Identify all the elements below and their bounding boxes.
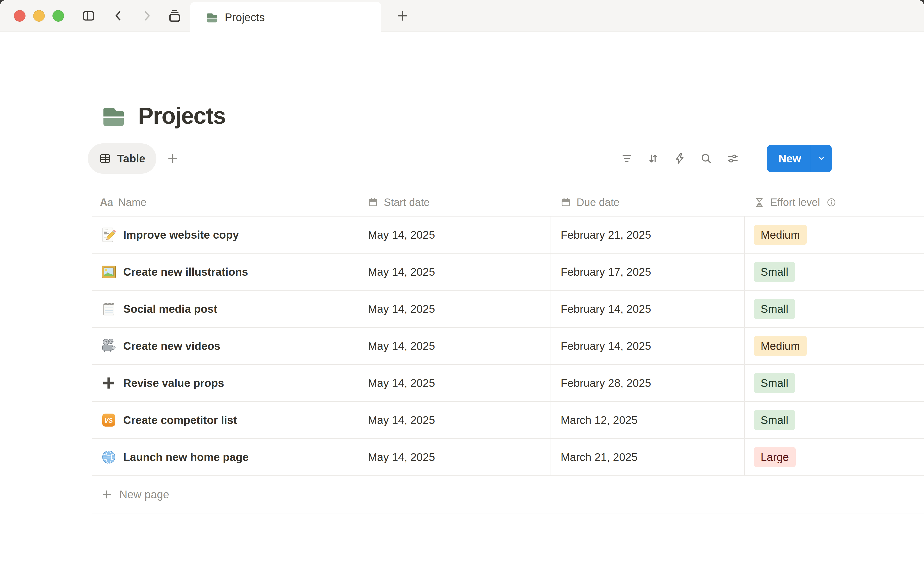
column-label: Name	[118, 196, 146, 208]
back-icon[interactable]	[112, 9, 125, 22]
start-date-cell[interactable]: May 14, 2025	[358, 216, 551, 253]
name-cell[interactable]: Improve website copy	[92, 216, 358, 253]
calendar-icon	[367, 197, 378, 208]
view-label: Table	[117, 152, 145, 165]
globe-emoji	[101, 450, 116, 465]
effort-cell[interactable]: Small	[745, 254, 924, 290]
row-title: Launch new home page	[123, 451, 249, 464]
new-button-dropdown[interactable]	[811, 153, 832, 164]
column-header-start-date[interactable]: Start date	[358, 189, 551, 216]
minimize-window-button[interactable]	[33, 10, 45, 22]
table-row[interactable]: Social media post May 14, 2025 February …	[92, 291, 924, 328]
add-view-button[interactable]	[167, 152, 179, 165]
start-date-cell[interactable]: May 14, 2025	[358, 328, 551, 364]
effort-cell[interactable]: Medium	[745, 216, 924, 253]
table-row[interactable]: Revise value props May 14, 2025 February…	[92, 365, 924, 402]
chevron-down-icon	[816, 153, 827, 164]
zoom-window-button[interactable]	[52, 10, 64, 22]
sidebar-toggle-icon[interactable]	[82, 9, 95, 22]
green-folder-icon	[206, 11, 219, 24]
start-date-cell[interactable]: May 14, 2025	[358, 439, 551, 475]
column-header-name[interactable]: Aa Name	[92, 189, 358, 216]
customize-sliders-icon[interactable]	[726, 152, 739, 165]
table-row[interactable]: Create competitor list May 14, 2025 Marc…	[92, 402, 924, 439]
column-label: Due date	[576, 196, 619, 208]
effort-cell[interactable]: Small	[745, 365, 924, 401]
name-cell[interactable]: Revise value props	[92, 365, 358, 401]
filter-icon[interactable]	[621, 152, 633, 165]
page-title-row: Projects	[101, 32, 924, 129]
vs-emoji	[101, 412, 116, 428]
effort-badge: Small	[754, 299, 795, 319]
due-date-cell[interactable]: February 17, 2025	[551, 254, 745, 290]
due-date-cell[interactable]: February 28, 2025	[551, 365, 745, 401]
name-cell[interactable]: Create new illustrations	[92, 254, 358, 290]
name-cell[interactable]: Social media post	[92, 291, 358, 327]
effort-cell[interactable]: Small	[745, 402, 924, 438]
table-row[interactable]: Improve website copy May 14, 2025 Februa…	[92, 216, 924, 254]
table-row[interactable]: Create new videos May 14, 2025 February …	[92, 328, 924, 365]
app-window: Projects Projects Table New	[0, 0, 924, 575]
row-title: Create new videos	[123, 340, 221, 353]
start-date-cell[interactable]: May 14, 2025	[358, 291, 551, 327]
start-date-cell[interactable]: May 14, 2025	[358, 365, 551, 401]
automation-bolt-icon[interactable]	[673, 152, 686, 165]
framed-picture-emoji	[101, 264, 116, 280]
effort-cell[interactable]: Large	[745, 439, 924, 475]
start-date-cell[interactable]: May 14, 2025	[358, 254, 551, 290]
effort-badge: Small	[754, 262, 795, 282]
tab-label: Projects	[225, 11, 265, 24]
tab-stack-icon[interactable]	[168, 9, 181, 22]
name-cell[interactable]: Launch new home page	[92, 439, 358, 475]
due-date-cell[interactable]: February 14, 2025	[551, 328, 745, 364]
effort-badge: Small	[754, 373, 795, 393]
memo-emoji	[101, 227, 116, 243]
view-toolbar-row: Table New	[88, 143, 832, 174]
text-property-icon: Aa	[100, 196, 113, 208]
forward-icon[interactable]	[140, 9, 154, 22]
database-toolbar: New	[621, 145, 832, 172]
new-tab-button[interactable]	[396, 9, 409, 22]
effort-cell[interactable]: Small	[745, 291, 924, 327]
sort-icon[interactable]	[647, 152, 660, 165]
effort-badge: Medium	[754, 336, 807, 356]
info-icon[interactable]	[826, 197, 837, 207]
column-label: Effort level	[770, 196, 820, 208]
calendar-icon	[560, 197, 571, 208]
start-date-cell[interactable]: May 14, 2025	[358, 402, 551, 438]
tab-table-view[interactable]: Table	[88, 143, 156, 174]
name-cell[interactable]: Create competitor list	[92, 402, 358, 438]
close-window-button[interactable]	[14, 10, 25, 22]
column-label: Start date	[384, 196, 430, 208]
tab-projects[interactable]: Projects	[190, 2, 381, 32]
column-header-due-date[interactable]: Due date	[551, 189, 745, 216]
page-title[interactable]: Projects	[138, 103, 225, 129]
green-folder-icon	[101, 103, 126, 128]
effort-badge: Medium	[754, 225, 807, 245]
due-date-cell[interactable]: March 21, 2025	[551, 439, 745, 475]
row-title: Create competitor list	[123, 414, 237, 427]
table-row[interactable]: Launch new home page May 14, 2025 March …	[92, 439, 924, 476]
hourglass-icon	[754, 197, 765, 208]
due-date-cell[interactable]: February 14, 2025	[551, 291, 745, 327]
new-page-button[interactable]: New page	[92, 476, 924, 513]
table-view-icon	[99, 152, 111, 165]
page-content: Projects Table New	[0, 32, 924, 513]
effort-cell[interactable]: Medium	[745, 328, 924, 364]
titlebar: Projects	[0, 0, 924, 32]
new-button[interactable]: New	[767, 145, 832, 172]
column-header-effort-level[interactable]: Effort level	[745, 189, 924, 216]
table-row[interactable]: Create new illustrations May 14, 2025 Fe…	[92, 254, 924, 291]
name-cell[interactable]: Create new videos	[92, 328, 358, 364]
projects-table: Aa Name Start date Due date Effort level	[92, 189, 924, 513]
effort-badge: Large	[754, 447, 796, 467]
row-title: Social media post	[123, 302, 217, 315]
new-button-label: New	[767, 152, 811, 165]
due-date-cell[interactable]: February 21, 2025	[551, 216, 745, 253]
effort-badge: Small	[754, 410, 795, 430]
film-projector-emoji	[101, 338, 116, 354]
due-date-cell[interactable]: March 12, 2025	[551, 402, 745, 438]
row-title: Improve website copy	[123, 228, 239, 241]
search-icon[interactable]	[700, 152, 713, 165]
row-title: Create new illustrations	[123, 265, 248, 278]
